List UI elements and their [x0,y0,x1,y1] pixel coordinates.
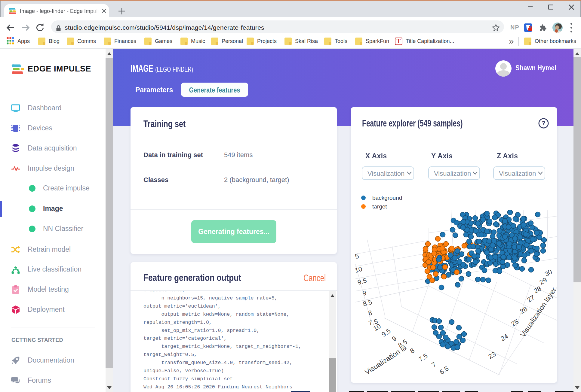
svg-text:9: 9 [391,335,398,343]
svg-text:8: 8 [409,347,416,355]
svg-text:8: 8 [367,309,373,317]
svg-text:6.5: 6.5 [438,365,450,376]
svg-text:7.5: 7.5 [417,352,429,363]
svg-text:24: 24 [499,333,509,343]
svg-text:?: ? [542,120,546,126]
svg-text:8.5: 8.5 [362,298,373,308]
svg-text:7: 7 [430,360,438,369]
svg-text:28: 28 [532,285,543,295]
svg-text:Visualization la: Visualization la [363,343,408,376]
svg-text:23: 23 [487,350,497,360]
svg-text:9: 9 [362,289,367,297]
svg-text:10: 10 [355,265,363,274]
svg-text:9.5: 9.5 [380,327,392,339]
